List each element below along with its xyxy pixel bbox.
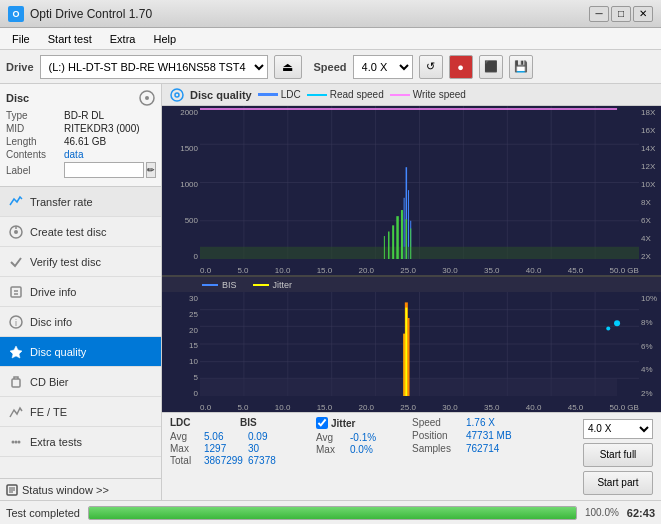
- drive-icon-btn-1[interactable]: ↺: [419, 55, 443, 79]
- disc-length-row: Length 46.61 GB: [6, 136, 155, 147]
- sidebar-item-disc-quality[interactable]: Disc quality: [0, 337, 161, 367]
- y-bot-30: 30: [162, 294, 200, 303]
- jitter-checkbox[interactable]: [316, 417, 328, 429]
- eject-button[interactable]: ⏏: [274, 55, 302, 79]
- y-bot-10: 10: [162, 357, 200, 366]
- x-label-top-30: 30.0: [442, 266, 458, 275]
- x-label-top-40: 40.0: [526, 266, 542, 275]
- disc-info-label: Disc info: [30, 316, 72, 328]
- chart-title: Disc quality: [190, 89, 252, 101]
- title-bar: O Opti Drive Control 1.70 ─ □ ✕: [0, 0, 661, 28]
- x-label-bot-25: 25.0: [400, 403, 416, 412]
- menu-extra[interactable]: Extra: [102, 31, 144, 47]
- svg-rect-11: [12, 379, 20, 387]
- sidebar-item-transfer-rate[interactable]: Transfer rate: [0, 187, 161, 217]
- status-window-button[interactable]: Status window >>: [0, 478, 161, 500]
- length-label: Length: [6, 136, 64, 147]
- y-bot-5: 5: [162, 373, 200, 382]
- svg-point-12: [12, 440, 15, 443]
- sidebar-item-fe-te[interactable]: FE / TE: [0, 397, 161, 427]
- svg-point-66: [614, 320, 620, 326]
- sidebar-item-extra-tests[interactable]: Extra tests: [0, 427, 161, 457]
- y-label-500: 500: [162, 216, 200, 225]
- app-title: Opti Drive Control 1.70: [30, 7, 152, 21]
- total-label: Total: [170, 455, 200, 466]
- y-label-1500: 1500: [162, 144, 200, 153]
- x-label-bot-20: 20.0: [358, 403, 374, 412]
- y-bot-right-10: 10%: [639, 294, 661, 303]
- controls-area: 4.0 X Start full Start part: [583, 417, 653, 496]
- extra-tests-icon: [8, 434, 24, 450]
- maximize-button[interactable]: □: [611, 6, 631, 22]
- label-edit-button[interactable]: ✏: [146, 162, 156, 178]
- drive-label: Drive: [6, 61, 34, 73]
- disc-panel-icon: [139, 90, 155, 106]
- speed-stat-value: 1.76 X: [466, 417, 495, 428]
- menu-file[interactable]: File: [4, 31, 38, 47]
- max-bis-value: 30: [248, 443, 259, 454]
- drive-icon-btn-4[interactable]: 💾: [509, 55, 533, 79]
- contents-label: Contents: [6, 149, 64, 160]
- x-label-top-0: 0.0: [200, 266, 211, 275]
- y-bot-20: 20: [162, 326, 200, 335]
- drive-icon-btn-3[interactable]: ⬛: [479, 55, 503, 79]
- mid-label: MID: [6, 123, 64, 134]
- sidebar-item-drive-info[interactable]: Drive info: [0, 277, 161, 307]
- ldc-header: LDC: [170, 417, 210, 428]
- legend-write-speed: Write speed: [390, 89, 466, 100]
- chart-header: Disc quality LDC Read speed Write speed: [162, 84, 661, 106]
- y-bot-right-8: 8%: [639, 318, 661, 327]
- avg-bis-value: 0.09: [248, 431, 267, 442]
- svg-marker-10: [10, 346, 22, 358]
- jitter-header-row: Jitter: [316, 417, 406, 429]
- disc-contents-row: Contents data: [6, 149, 155, 160]
- svg-rect-5: [11, 287, 21, 297]
- svg-point-13: [15, 440, 18, 443]
- menu-start-test[interactable]: Start test: [40, 31, 100, 47]
- menu-help[interactable]: Help: [145, 31, 184, 47]
- samples-label: Samples: [412, 443, 462, 454]
- type-label: Type: [6, 110, 64, 121]
- title-bar-left: O Opti Drive Control 1.70: [8, 6, 152, 22]
- start-full-button[interactable]: Start full: [583, 443, 653, 467]
- drive-info-icon: [8, 284, 24, 300]
- sidebar-item-cd-bier[interactable]: CD Bier: [0, 367, 161, 397]
- legend-write-speed-label: Write speed: [413, 89, 466, 100]
- speed-stat-label: Speed: [412, 417, 462, 428]
- drive-icon-btn-2[interactable]: ●: [449, 55, 473, 79]
- start-part-button[interactable]: Start part: [583, 471, 653, 495]
- x-label-bot-45: 45.0: [568, 403, 584, 412]
- samples-value: 762714: [466, 443, 499, 454]
- verify-test-disc-icon: [8, 254, 24, 270]
- sidebar-item-disc-info[interactable]: i Disc info: [0, 307, 161, 337]
- x-label-top-35: 35.0: [484, 266, 500, 275]
- jitter-header-label: Jitter: [331, 418, 355, 429]
- disc-panel-header: Disc: [6, 90, 155, 106]
- disc-mid-row: MID RITEKDR3 (000): [6, 123, 155, 134]
- drive-select[interactable]: (L:) HL-DT-ST BD-RE WH16NS58 TST4: [40, 55, 268, 79]
- bis-legend: BIS: [202, 280, 237, 290]
- y-label-2000: 2000: [162, 108, 200, 117]
- time-display: 62:43: [627, 507, 655, 519]
- y-right-18x: 18X: [639, 108, 661, 117]
- y-right-14x: 14X: [639, 144, 661, 153]
- legend-read-speed: Read speed: [307, 89, 384, 100]
- close-button[interactable]: ✕: [633, 6, 653, 22]
- top-chart: 2000 1500 1000 500 0 18X 16X 14X 12X 10X…: [162, 106, 661, 276]
- y-bot-right-4: 4%: [639, 365, 661, 374]
- y-right-2x: 2X: [639, 252, 661, 261]
- sidebar-item-create-test-disc[interactable]: Create test disc: [0, 217, 161, 247]
- x-label-bot-15: 15.0: [317, 403, 333, 412]
- jitter-max-value: 0.0%: [350, 444, 373, 455]
- sidebar-item-verify-test-disc[interactable]: Verify test disc: [0, 247, 161, 277]
- legend-ldc: LDC: [258, 89, 301, 100]
- label-input[interactable]: [64, 162, 144, 178]
- total-ldc-value: 3867299: [204, 455, 244, 466]
- speed-select[interactable]: 4.0 X: [353, 55, 413, 79]
- minimize-button[interactable]: ─: [589, 6, 609, 22]
- speed-pos-stats: Speed 1.76 X Position 47731 MB Samples 7…: [412, 417, 532, 496]
- speed-select-stats[interactable]: 4.0 X: [583, 419, 653, 439]
- fe-te-icon: [8, 404, 24, 420]
- y-bot-25: 25: [162, 310, 200, 319]
- jitter-legend-label: Jitter: [273, 280, 293, 290]
